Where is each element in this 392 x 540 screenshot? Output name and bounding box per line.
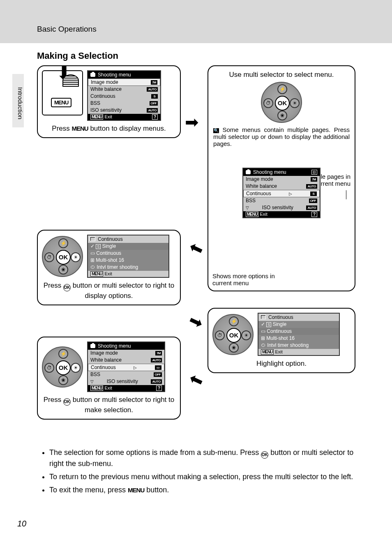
ok-button: OK [56,250,71,265]
note-icon: 🔍 [213,128,219,133]
arrow-down-left-icon: ➡ [186,238,206,261]
dial-up-flash-icon: ⚡ [58,349,68,359]
chapter-header: Basic Operations [0,0,392,43]
step3-caption: Press OK button or multi selector to rig… [42,281,176,300]
lcd-continuous-options: Continuous ✓ S Single ▭ Continuous ⊞ Mul… [87,235,169,278]
panel-step5: ⚡ ❀ ⏱ ☀ OK Shooting menu Image mode7M Wh… [37,337,181,420]
bullet-3: To exit the menu, press MENU button. [49,485,367,495]
ok-button: OK [275,96,290,111]
dial-down-macro-icon: ❀ [58,265,68,275]
page-number: 10 [17,519,26,528]
arrow-down-right-icon: ➡ [186,310,206,333]
lcd-shooting-menu-paged: Shooting menu⊟ Image mode7M White balanc… [242,168,321,218]
step2-caption: Use multi selector to select menu. [212,70,350,79]
camera-lens-icon [62,74,79,87]
menu-button-on-camera: MENU [51,98,71,107]
dial-down-macro-icon: ❀ [277,111,287,120]
dial-left-timer-icon: ⏱ [215,330,225,340]
camera-icon [90,73,95,77]
section-title: Making a Selection [37,51,392,61]
dial-right-exposure-icon: ☀ [71,363,81,373]
panel-step1: ⬇ MENU Shooting menu Image mode7M White … [37,65,181,138]
multi-selector-dial: ⚡ ❀ ⏱ ☀ OK [212,314,254,355]
arrow-down-left-icon: ➡ [186,369,206,392]
camera-icon [246,170,251,174]
page-indicator-icon: ⊟ [311,170,317,175]
continuous-icon [90,237,95,241]
panel-step4: ⚡ ❀ ⏱ ☀ OK Continuous ✓ S Single ▭ Conti… [208,308,355,373]
chapter-title: Basic Operations [37,25,97,33]
dial-up-flash-icon: ⚡ [277,84,287,94]
lcd-shooting-menu-result: Shooting menu Image mode7M White balance… [87,342,165,392]
multi-selector-dial: ⚡ ❀ ⏱ ☀ OK [42,236,83,277]
ok-glyph: OK [63,284,71,291]
lcd-shooting-menu: Shooting menu Image mode7M White balance… [87,70,161,121]
camera-icon [90,344,95,348]
arrow-right-icon: ➡ [185,113,199,132]
annotation-more-options: Shows more options in current menu [212,272,295,286]
dial-down-macro-icon: ❀ [58,375,68,385]
dial-up-flash-icon: ⚡ [229,316,239,326]
dial-left-timer-icon: ⏱ [44,363,54,373]
bullet-1: The selection for some options is made f… [49,448,367,468]
dial-right-exposure-icon: ☀ [71,252,81,262]
step4-caption: Highlight option. [212,359,350,368]
panel-step2: Use multi selector to select menu. ⚡ ❀ ⏱… [208,65,355,291]
step2-note: 🔍 Some menus contain multiple pages. Pre… [213,126,350,147]
continuous-icon [261,315,266,319]
ok-button: OK [56,360,71,375]
multi-selector-dial: ⚡ ❀ ⏱ ☀ OK [42,346,83,388]
bullet-list: The selection for some options is made f… [41,448,367,495]
dial-left-timer-icon: ⏱ [263,98,273,108]
dial-left-timer-icon: ⏱ [44,252,54,262]
dial-down-macro-icon: ❀ [229,343,239,353]
panel-step3: ⚡ ❀ ⏱ ☀ OK Continuous ✓ S Single ▭ Conti… [37,230,181,305]
menu-glyph: MENU [128,487,144,494]
dial-right-exposure-icon: ☀ [290,98,300,108]
multi-selector-dial: ⚡ ❀ ⏱ ☀ OK [261,82,302,123]
camera-illustration: ⬇ MENU [42,70,83,115]
bullet-2: To return to the previous menu without m… [49,472,367,482]
ok-glyph: OK [261,451,268,459]
step5-caption: Press OK button or multi selector to rig… [42,395,176,415]
ok-button: OK [226,328,241,343]
ok-glyph: OK [63,398,71,406]
menu-glyph: MENU [72,125,88,132]
step1-caption: Press MENU button to display menus. [42,124,176,133]
lcd-continuous-highlight: Continuous ✓ S Single ▭ Continuous ⊞ Mul… [258,313,340,356]
side-tab-introduction: Introduction [12,74,24,127]
dial-right-exposure-icon: ☀ [241,330,251,340]
flow-diagram: ⬇ MENU Shooting menu Image mode7M White … [37,65,357,439]
dial-up-flash-icon: ⚡ [58,238,68,248]
